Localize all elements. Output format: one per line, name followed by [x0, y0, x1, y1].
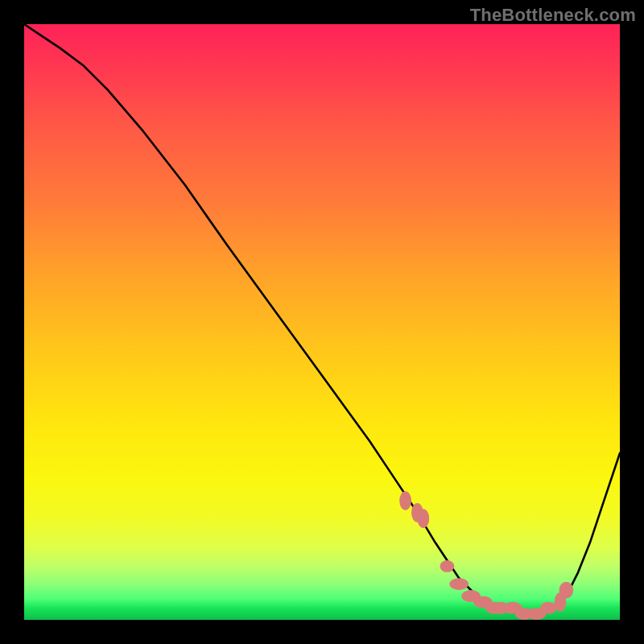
curve-marker [440, 560, 455, 572]
plot-area [24, 24, 620, 620]
curve-marker [540, 602, 557, 614]
watermark-text: TheBottleneck.com [470, 5, 636, 26]
curve-marker [417, 509, 429, 528]
bottleneck-curve [24, 24, 620, 614]
chart-frame: TheBottleneck.com [0, 0, 644, 644]
curve-svg [24, 24, 620, 620]
curve-marker [449, 578, 469, 590]
curve-marker [559, 582, 574, 599]
curve-marker [399, 491, 411, 510]
